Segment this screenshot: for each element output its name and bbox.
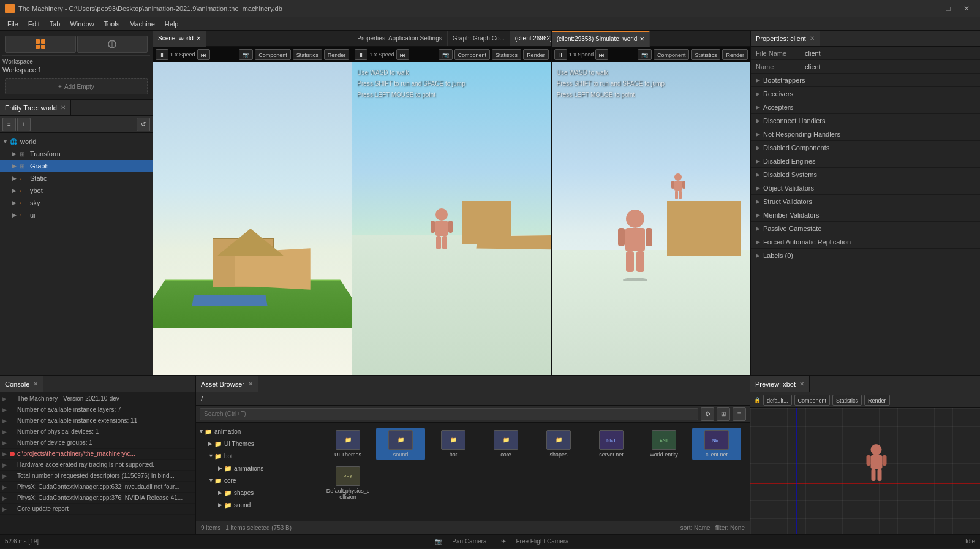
props-section-struct-validators[interactable]: ▶ Struct Validators [751,195,980,208]
asset-tree-animation[interactable]: ▼ 📁 animation [196,425,318,437]
vp2-canvas[interactable]: Use WASD to walk Press SHIFT to run and … [352,62,551,375]
right-panel-tab[interactable]: Properties: client ✕ [751,31,820,47]
vp3-camera-btn[interactable]: 📷 [638,49,652,60]
vp3-tab-simulate-close[interactable]: ✕ [639,31,644,47]
props-section-member-validators[interactable]: ▶ Member Validators [751,208,980,222]
asset-item-core[interactable]: 📁 core [481,428,530,460]
preview-default-btn[interactable]: default... [763,395,792,406]
asset-search-input[interactable] [200,408,698,420]
tree-item-world[interactable]: ▼ 🌐 world [0,135,153,148]
add-empty-button[interactable]: + Add Empty [5,78,148,94]
vp1-tab-scene-world[interactable]: Scene: world ✕ [153,31,206,47]
tree-item-graph[interactable]: ▶ ⊞ Graph [0,160,153,172]
toolbar-add-btn[interactable]: + [17,118,31,131]
vp3-component-btn[interactable]: Component [654,49,690,60]
vp1-tab-close[interactable]: ✕ [196,31,201,47]
props-section-bootstrappers[interactable]: ▶ Bootstrappers [751,74,980,87]
vp2-statistics-btn[interactable]: Statistics [492,49,521,60]
props-section-labels[interactable]: ▶ Labels (0) [751,249,980,262]
preview-component-btn[interactable]: Component [794,395,831,406]
menu-file[interactable]: File [2,17,23,31]
tree-item-transform[interactable]: ▶ ⊞ Transform [0,148,153,160]
vp1-component-btn[interactable]: Component [255,49,291,60]
toolbar-menu-btn[interactable]: ≡ [2,118,16,131]
preview-canvas[interactable] [750,408,980,534]
vp1-render-btn[interactable]: Render [324,49,350,60]
tree-item-static[interactable]: ▶ ◦ Static [0,172,153,184]
vp3-statistics-btn[interactable]: Statistics [691,49,720,60]
vp1-canvas[interactable] [153,62,352,375]
asset-item-shapes[interactable]: 📁 shapes [534,428,583,460]
vp3-pause-btn[interactable]: ⏸ [554,49,567,60]
props-section-not-responding[interactable]: ▶ Not Responding Handlers [751,127,980,141]
asset-tree-core[interactable]: ▼ 📁 core [196,474,318,487]
vp2-step-btn[interactable]: ⏭ [396,49,409,60]
menu-help[interactable]: Help [160,17,184,31]
vp2-component-btn[interactable]: Component [454,49,491,60]
props-section-accepters[interactable]: ▶ Accepters [751,100,980,114]
vp2-render-btn[interactable]: Render [523,49,549,60]
menu-edit[interactable]: Edit [23,17,45,31]
vp2-pause-btn[interactable]: ⏸ [355,49,368,60]
props-section-receivers[interactable]: ▶ Receivers [751,87,980,100]
vp2-tab-graph[interactable]: Graph: Graph Co... [448,31,510,47]
asset-filter-btn[interactable]: ≡ [733,407,746,421]
vp3-tab-simulate[interactable]: (client:29358) Simulate: world ✕ [552,31,650,47]
entity-tree-tab[interactable]: Entity Tree: world ✕ [0,100,71,116]
entity-tree-tab-close[interactable]: ✕ [61,100,66,116]
vp1-step-btn[interactable]: ⏭ [197,49,210,60]
preview-tab[interactable]: Preview: xbot ✕ [750,376,810,392]
vp3-canvas[interactable]: Use WASD to walk Press SHIFT to run and … [552,62,750,375]
console-tab-close[interactable]: ✕ [33,376,38,392]
vp3-render-btn[interactable]: Render [722,49,748,60]
menu-window[interactable]: Window [65,17,99,31]
toolbar-refresh-btn[interactable]: ↺ [137,118,150,131]
right-panel-tab-close[interactable]: ✕ [810,31,815,47]
asset-browser-tab-close[interactable]: ✕ [248,376,253,392]
asset-tree-shapes[interactable]: ▶ 📁 shapes [196,487,318,499]
props-section-disconnect-handlers[interactable]: ▶ Disconnect Handlers [751,114,980,127]
props-section-passive-gamestate[interactable]: ▶ Passive Gamestate [751,222,980,235]
workspace-icon-1[interactable] [5,36,76,53]
asset-item-physics[interactable]: PHY Default.physics_collision [323,464,372,502]
props-section-disabled-engines[interactable]: ▶ Disabled Engines [751,154,980,168]
vp1-statistics-btn[interactable]: Statistics [293,49,322,60]
props-section-disabled-components[interactable]: ▶ Disabled Components [751,141,980,154]
asset-tree-animations[interactable]: ▶ 📁 animations [196,462,318,474]
props-section-forced-replication[interactable]: ▶ Forced Automatic Replication [751,235,980,249]
vp2-camera-btn[interactable]: 📷 [439,49,453,60]
tree-item-ui[interactable]: ▶ ◦ ui [0,209,153,221]
asset-tree-sound[interactable]: ▶ 📁 sound [196,499,318,511]
asset-item-sound[interactable]: 📁 sound [376,428,425,460]
vp1-pause-btn[interactable]: ⏸ [156,49,168,60]
workspace-icon-2[interactable] [77,36,148,53]
preview-render-btn[interactable]: Render [864,395,890,406]
vp2-tab-props[interactable]: Properties: Application Settings [352,31,447,47]
props-section-disabled-systems[interactable]: ▶ Disabled Systems [751,168,980,181]
maximize-button[interactable]: □ [940,2,957,15]
menu-tab[interactable]: Tab [45,17,66,31]
asset-item-ui-themes[interactable]: 📁 UI Themes [323,428,372,460]
asset-settings-btn[interactable]: ⚙ [701,407,714,421]
tree-item-sky[interactable]: ▶ ◦ sky [0,197,153,209]
asset-tree-bot[interactable]: ▼ 📁 bot [196,450,318,462]
tree-item-ybot[interactable]: ▶ ◦ ybot [0,184,153,197]
asset-item-bot[interactable]: 📁 bot [429,428,478,460]
asset-item-server-net[interactable]: NET server.net [587,428,636,460]
menu-machine[interactable]: Machine [124,17,160,31]
preview-statistics-btn[interactable]: Statistics [832,395,862,406]
preview-tab-close[interactable]: ✕ [799,376,804,392]
minimize-button[interactable]: ─ [921,2,938,15]
vp2-tab-simulate[interactable]: (client:26962) Simulate: world ✕ [510,31,551,47]
close-button[interactable]: ✕ [958,2,975,15]
props-section-object-validators[interactable]: ▶ Object Validators [751,181,980,195]
vp1-camera-btn[interactable]: 📷 [239,49,253,60]
console-tab[interactable]: Console ✕ [0,376,43,392]
menu-tools[interactable]: Tools [99,17,125,31]
asset-tree-ui-themes[interactable]: ▶ 📁 UI Themes [196,437,318,450]
asset-item-client-net[interactable]: NET client.net [692,428,741,460]
vp3-step-btn[interactable]: ⏭ [595,49,608,60]
asset-view-btn[interactable]: ⊞ [717,407,730,421]
asset-browser-tab[interactable]: Asset Browser ✕ [196,376,258,392]
asset-item-world-entity[interactable]: ENT world.entity [639,428,688,460]
